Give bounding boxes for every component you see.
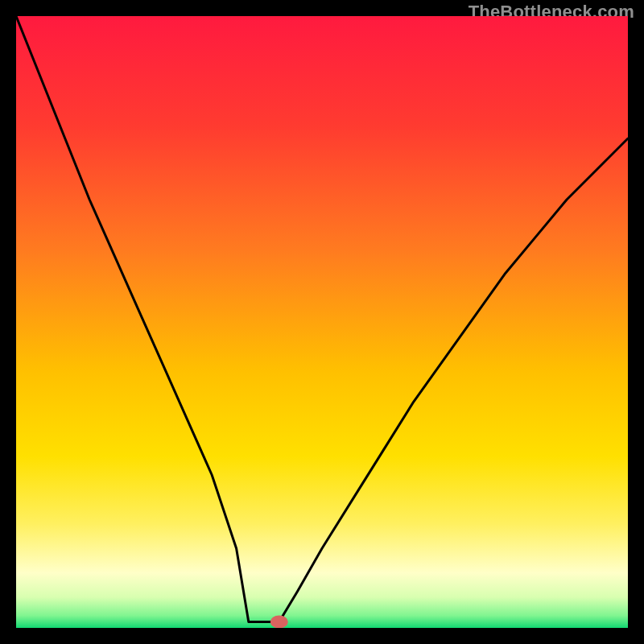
gradient-background [16, 16, 628, 628]
chart-svg [16, 16, 628, 628]
optimal-marker [270, 615, 288, 628]
outer-frame: TheBottleneck.com [0, 0, 644, 644]
